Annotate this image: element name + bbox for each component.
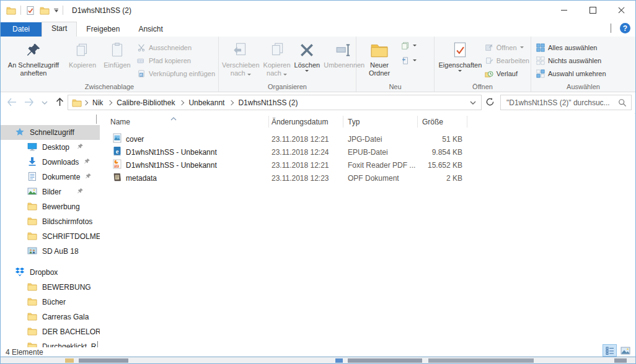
jpg-file-icon [112, 133, 122, 145]
copy-to-button[interactable]: Kopieren nach [262, 38, 293, 78]
invert-selection-button[interactable]: Auswahl umkehren [536, 68, 606, 79]
dropdown-arrow-icon [520, 46, 524, 48]
button-label: Ausschneiden [149, 44, 192, 51]
folder-icon [27, 341, 37, 348]
breadcrumb-item-current[interactable]: D1whsNt1hSS (2) [235, 98, 301, 107]
file-row-epub[interactable]: e D1whsNt1hSS - Unbekannt 23.11.2018 12:… [100, 145, 634, 158]
sidebar-item-durchgeklickt[interactable]: Durchgeklickt_R [1, 339, 100, 347]
search-icon[interactable] [618, 98, 627, 107]
minimize-ribbon-button[interactable] [611, 24, 611, 33]
button-label: Einfügen [104, 61, 130, 69]
column-header-type[interactable]: Typ [348, 118, 360, 126]
tab-start[interactable]: Start [42, 22, 77, 37]
tab-datei[interactable]: Datei [1, 22, 42, 37]
sort-ascending-icon [170, 114, 177, 123]
sidebar-item-bildschirmfotos[interactable]: Bildschirmfotos [1, 214, 100, 229]
close-button[interactable] [607, 1, 635, 20]
recent-locations-button[interactable] [42, 98, 48, 107]
breadcrumb-item-calibre[interactable]: Calibre-Bibliothek [113, 98, 178, 107]
sidebar-item-downloads[interactable]: Downloads [1, 155, 100, 170]
sidebar-item-bewerbung-dropbox[interactable]: BEWERBUNG [1, 280, 100, 295]
quick-access-toolbar: D1whsNt1hSS (2) [1, 6, 131, 15]
sidebar-item-der-bachelor[interactable]: DER BACHELOR [1, 324, 100, 339]
breadcrumb-item-nik[interactable]: Nik [89, 98, 106, 107]
new-item-button[interactable] [401, 40, 417, 51]
file-type: Foxit Reader PDF ... [343, 161, 417, 170]
delete-button[interactable]: Löschen [293, 38, 322, 72]
history-button[interactable]: Verlauf [485, 68, 529, 79]
button-label: Verknüpfung einfügen [149, 70, 215, 77]
file-row-cover[interactable]: cover 23.11.2018 12:21 JPG-Datei 51 KB [100, 132, 634, 145]
search-input[interactable] [505, 98, 618, 108]
folder-icon [27, 216, 37, 228]
maximize-button[interactable] [578, 1, 607, 20]
new-folder-quick-button[interactable] [40, 6, 50, 15]
paste-shortcut-button[interactable]: Verknüpfung einfügen [137, 68, 215, 79]
sidebar-item-carreras-gala[interactable]: Carreras Gala [1, 310, 100, 324]
forward-button[interactable] [24, 98, 34, 108]
column-header-name[interactable]: Name [110, 118, 130, 126]
tab-ansicht[interactable]: Ansicht [129, 22, 172, 37]
column-header-row: Name Änderungsdatum Typ Größe [100, 113, 634, 130]
sidebar-item-label: Downloads [42, 158, 79, 167]
details-view-button[interactable] [603, 344, 617, 357]
sidebar-item-schriftdolme[interactable]: SCHRIFTDOLME [1, 229, 100, 244]
sidebar-item-sd-aub-18[interactable]: SD AuB 18 [1, 244, 100, 259]
sidebar-scroll-down[interactable] [97, 341, 98, 347]
file-row-pdf[interactable]: PDF D1whsNt1hSS - Unbekannt 23.11.2018 1… [100, 158, 634, 171]
copy-path-button[interactable]: Pfad kopieren [137, 55, 215, 66]
back-button[interactable] [7, 98, 17, 108]
column-header-date[interactable]: Änderungsdatum [272, 118, 328, 126]
file-type: OPF Dokument [343, 174, 417, 183]
breadcrumb-item-unbekannt[interactable]: Unbekannt [185, 98, 227, 107]
easy-access-button[interactable] [401, 55, 417, 66]
sidebar-scroll-up[interactable] [96, 115, 97, 124]
paste-button[interactable]: Einfügen [100, 38, 135, 70]
cut-button[interactable]: Ausschneiden [137, 42, 215, 53]
address-bar-row: Nik Calibre-Bibliothek Unbekannt D1whsNt… [1, 92, 635, 114]
sidebar-item-desktop[interactable]: Desktop [1, 140, 100, 155]
file-row-metadata[interactable]: metadata 23.11.2018 12:23 OPF Dokument 2… [100, 171, 634, 184]
sidebar-item-buecher[interactable]: Bücher [1, 295, 100, 310]
sidebar-item-label: Bewerbung [42, 202, 80, 211]
sidebar-item-dropbox[interactable]: Dropbox [1, 265, 100, 280]
edit-button[interactable]: Bearbeiten [485, 55, 529, 66]
move-to-button[interactable]: Verschieben nach [220, 38, 262, 78]
sidebar-item-label: Bilder [42, 188, 61, 196]
up-button[interactable] [55, 97, 64, 108]
help-button[interactable]: ? [620, 23, 630, 33]
maximize-icon [590, 7, 596, 14]
sidebar-item-bewerbung[interactable]: Bewerbung [1, 199, 100, 214]
ribbon-group-organize: Verschieben nach Kopieren nach Löschen [219, 37, 356, 92]
epub-file-icon: e [112, 146, 122, 158]
address-bar[interactable]: Nik Calibre-Bibliothek Unbekannt D1whsNt… [68, 95, 482, 110]
button-label: Bearbeiten [497, 57, 529, 64]
opf-file-icon [112, 172, 122, 184]
properties-button[interactable]: Eigenschaften [436, 38, 485, 72]
sidebar-item-quick-access[interactable]: Schnellzugriff [1, 125, 100, 140]
select-none-button[interactable]: Nichts auswählen [536, 55, 606, 66]
large-icons-view-button[interactable] [618, 344, 632, 357]
column-header-size[interactable]: Größe [422, 118, 443, 126]
rename-icon [335, 39, 353, 61]
button-label: Verschieben nach [222, 61, 260, 77]
tab-freigeben[interactable]: Freigeben [77, 22, 129, 37]
folder-icon [27, 282, 37, 293]
sidebar-item-label: Bücher [42, 298, 66, 306]
customize-quick-access-button[interactable] [54, 9, 58, 12]
move-to-icon [232, 39, 249, 61]
pin-to-quick-access-button[interactable]: An Schnellzugriff anheften [2, 38, 65, 78]
minimize-icon [561, 10, 567, 11]
new-folder-button[interactable]: Neuer Ordner [358, 38, 401, 78]
minimize-button[interactable] [550, 1, 578, 20]
refresh-button[interactable] [485, 97, 495, 108]
address-dropdown-button[interactable] [470, 98, 476, 107]
sidebar-item-documents[interactable]: Dokumente [1, 170, 100, 184]
open-button[interactable]: Öffnen [485, 42, 529, 53]
button-label: Auswahl umkehren [548, 70, 606, 77]
close-icon [618, 7, 625, 14]
sidebar-item-pictures[interactable]: Bilder [1, 184, 100, 199]
properties-quick-button[interactable] [25, 6, 35, 15]
select-all-button[interactable]: Alles auswählen [536, 42, 606, 53]
copy-button[interactable]: Kopieren [65, 38, 100, 70]
